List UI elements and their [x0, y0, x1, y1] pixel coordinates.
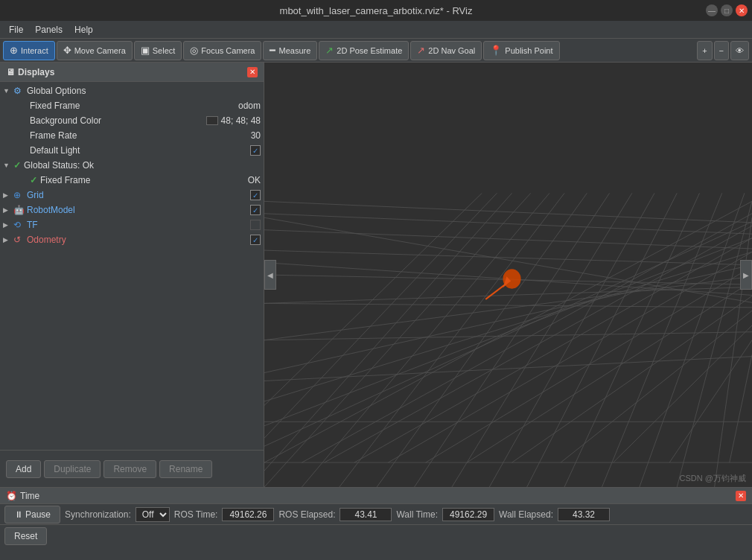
- bg-color-value: 48; 48; 48: [221, 115, 261, 126]
- robotmodel-label: RobotModel: [27, 205, 249, 215]
- ros-elapsed-value: 43.41: [340, 508, 392, 521]
- time-panel-icon: ⏰: [6, 491, 17, 501]
- robotmodel-checkbox[interactable]: ✓: [250, 205, 261, 215]
- menu-file[interactable]: File: [3, 23, 29, 36]
- focus-camera-button[interactable]: ◎ Focus Camera: [183, 41, 261, 60]
- publish-point-icon: 📍: [490, 45, 502, 56]
- displays-panel-header: 🖥 Displays ✕: [0, 63, 264, 82]
- time-row-1: ⏸ Pause Synchronization: Off ROS Time: 4…: [0, 504, 752, 525]
- displays-panel: 🖥 Displays ✕ ▼ ⚙ Global Options Fixed Fr…: [0, 63, 264, 487]
- displays-panel-title: 🖥 Displays: [6, 67, 54, 77]
- displays-tree: ▼ ⚙ Global Options Fixed Frame odom Back…: [0, 82, 264, 450]
- tf-checkbox[interactable]: [250, 220, 261, 230]
- default-light-label: Default Light: [30, 145, 243, 156]
- remove-button[interactable]: Remove: [103, 460, 156, 478]
- select-icon: ▣: [141, 45, 150, 56]
- menu-panels[interactable]: Panels: [29, 23, 68, 36]
- rename-button[interactable]: Rename: [159, 460, 212, 478]
- window-controls: — □ ✕: [706, 4, 748, 16]
- maximize-button[interactable]: □: [721, 4, 733, 16]
- fixed-frame-label: Fixed Frame: [30, 101, 231, 111]
- pause-button[interactable]: ⏸ Pause: [4, 506, 60, 524]
- title-text: mbot_with_laser_camera_arbotix.rviz* - R…: [280, 5, 473, 16]
- menu-help[interactable]: Help: [68, 23, 99, 36]
- wall-elapsed-label: Wall Elapsed:: [499, 509, 553, 520]
- sync-select[interactable]: Off: [136, 507, 170, 522]
- background-color-label: Background Color: [30, 115, 199, 126]
- panel-buttons: Add Duplicate Remove Rename: [0, 450, 264, 487]
- sync-label: Synchronization:: [65, 509, 131, 520]
- interact-icon: ⊕: [10, 45, 18, 56]
- global-options-icon: ⚙: [13, 86, 25, 96]
- fixed-frame-status-row[interactable]: ✓ Fixed Frame OK: [0, 173, 264, 188]
- background-color-row[interactable]: Background Color 48; 48; 48: [0, 113, 264, 128]
- time-panel: ⏰ Time ✕ ⏸ Pause Synchronization: Off RO…: [0, 487, 752, 532]
- move-camera-button[interactable]: ✥ Move Camera: [57, 41, 133, 60]
- grid-icon: ⊕: [13, 190, 25, 200]
- pose-estimate-button[interactable]: ↗ 2D Pose Estimate: [319, 41, 409, 60]
- toolbar: ⊕ Interact ✥ Move Camera ▣ Select ◎ Focu…: [0, 39, 752, 63]
- watermark: CSDN @万钧神威: [680, 473, 746, 484]
- minimize-button[interactable]: —: [706, 4, 718, 16]
- select-button[interactable]: ▣ Select: [134, 41, 182, 60]
- remove-toolbar-button[interactable]: −: [714, 41, 729, 60]
- measure-button[interactable]: ━ Measure: [263, 41, 317, 60]
- grid-row[interactable]: ▶ ⊕ Grid ✓: [0, 188, 264, 203]
- pause-icon: ⏸: [14, 509, 23, 520]
- grid-label: Grid: [27, 190, 249, 200]
- focus-camera-icon: ◎: [190, 45, 198, 56]
- add-toolbar-button[interactable]: +: [697, 41, 712, 60]
- duplicate-button[interactable]: Duplicate: [44, 460, 101, 478]
- robotmodel-icon: 🤖: [13, 205, 25, 215]
- odometry-arrow: ▶: [3, 236, 12, 244]
- time-panel-header: ⏰ Time ✕: [0, 488, 752, 504]
- fixed-frame-status-check: ✓: [30, 175, 37, 185]
- bg-color-swatch: [206, 116, 218, 125]
- default-light-checkbox[interactable]: ✓: [250, 145, 261, 156]
- global-status-row[interactable]: ▼ ✓ Global Status: Ok: [0, 158, 264, 173]
- fixed-frame-row[interactable]: Fixed Frame odom: [0, 98, 264, 113]
- interact-button[interactable]: ⊕ Interact: [3, 41, 55, 60]
- odometry-row[interactable]: ▶ ↺ Odometry ✓: [0, 232, 264, 247]
- wall-time-label: Wall Time:: [396, 509, 438, 520]
- frame-rate-value: 30: [245, 130, 261, 141]
- close-button[interactable]: ✕: [736, 4, 748, 16]
- grid-checkbox[interactable]: ✓: [250, 190, 261, 200]
- robotmodel-arrow: ▶: [3, 206, 12, 214]
- pose-estimate-icon: ↗: [325, 45, 334, 56]
- time-panel-close[interactable]: ✕: [736, 491, 746, 501]
- fixed-frame-value: odom: [232, 101, 261, 111]
- main-layout: 🖥 Displays ✕ ▼ ⚙ Global Options Fixed Fr…: [0, 63, 752, 487]
- collapse-right-arrow[interactable]: ▶: [740, 260, 752, 290]
- displays-panel-close[interactable]: ✕: [247, 67, 258, 77]
- add-button[interactable]: Add: [6, 460, 41, 478]
- collapse-left-arrow[interactable]: ◀: [264, 260, 276, 290]
- tf-label: TF: [27, 220, 249, 230]
- global-status-arrow: ▼: [3, 162, 12, 169]
- global-status-label: Global Status: Ok: [24, 160, 261, 171]
- viewport[interactable]: ◀ ▶: [264, 63, 752, 487]
- tf-icon: ⟲: [13, 220, 25, 230]
- fixed-frame-status-label: Fixed Frame: [40, 175, 240, 185]
- odometry-icon: ↺: [13, 235, 25, 245]
- robotmodel-row[interactable]: ▶ 🤖 RobotModel ✓: [0, 203, 264, 217]
- ros-time-value: 49162.26: [222, 508, 274, 521]
- global-options-row[interactable]: ▼ ⚙ Global Options: [0, 83, 264, 98]
- titlebar: mbot_with_laser_camera_arbotix.rviz* - R…: [0, 0, 752, 21]
- tf-arrow: ▶: [3, 221, 12, 229]
- ros-elapsed-label: ROS Elapsed:: [278, 509, 335, 520]
- nav-goal-icon: ↗: [417, 45, 425, 56]
- view-button[interactable]: 👁: [730, 41, 749, 60]
- move-camera-icon: ✥: [63, 45, 71, 56]
- grid-arrow: ▶: [3, 191, 12, 199]
- svg-point-47: [503, 269, 520, 288]
- nav-goal-button[interactable]: ↗ 2D Nav Goal: [410, 41, 482, 60]
- default-light-row[interactable]: Default Light ✓: [0, 143, 264, 158]
- frame-rate-row[interactable]: Frame Rate 30: [0, 128, 264, 143]
- odometry-checkbox[interactable]: ✓: [250, 235, 261, 245]
- reset-button[interactable]: Reset: [4, 527, 47, 545]
- publish-point-button[interactable]: 📍 Publish Point: [483, 41, 559, 60]
- tf-row[interactable]: ▶ ⟲ TF: [0, 217, 264, 232]
- global-status-check: ✓: [13, 160, 21, 171]
- displays-panel-icon: 🖥: [6, 67, 15, 77]
